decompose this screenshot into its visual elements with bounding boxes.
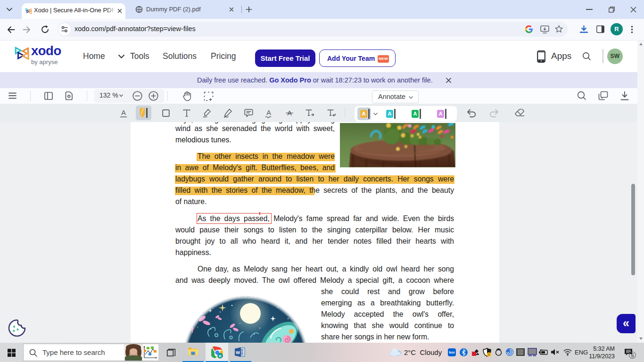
- svg-text:!: !: [488, 353, 489, 356]
- svg-text:A: A: [266, 109, 271, 116]
- svg-text:R: R: [219, 354, 222, 358]
- svg-text:5: 5: [631, 353, 634, 358]
- svg-text:W: W: [236, 350, 240, 355]
- svg-text:A: A: [121, 109, 126, 116]
